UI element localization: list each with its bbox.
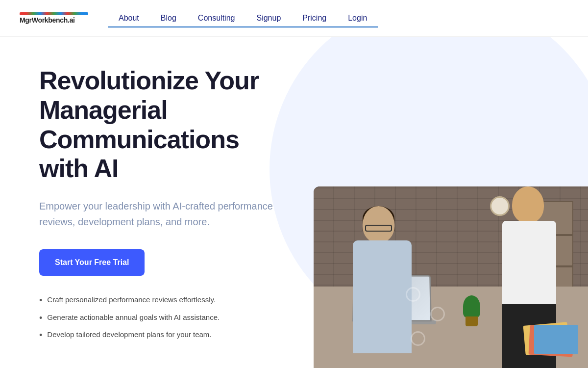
office-scene — [314, 186, 588, 368]
feature-item-1: Craft personalized performance reviews e… — [39, 295, 274, 306]
hero-title: Revolutionize Your Managerial Communicat… — [39, 66, 274, 184]
nav-link-pricing[interactable]: Pricing — [292, 10, 337, 26]
navbar: MgrWorkbench.ai About Blog Consulting Si… — [0, 0, 588, 37]
circle-1 — [406, 287, 420, 302]
logo-bar-decoration — [20, 12, 88, 15]
feature-list: Craft personalized performance reviews e… — [39, 295, 274, 348]
feature-item-2: Generate actionable annual goals with AI… — [39, 313, 274, 324]
logo-text: MgrWorkbench.ai — [20, 16, 88, 24]
hero-subtitle: Empower your leadership with AI-crafted … — [39, 198, 274, 230]
nav-link-about[interactable]: About — [108, 10, 150, 26]
nav-link-consulting[interactable]: Consulting — [187, 10, 246, 26]
decorative-circles — [396, 277, 494, 368]
person1-glasses — [365, 225, 392, 232]
circle-2 — [430, 307, 445, 321]
cta-button[interactable]: Start Your Free Trial — [39, 249, 145, 276]
nav-link-signup[interactable]: Signup — [245, 10, 292, 26]
hero-left: Revolutionize Your Managerial Communicat… — [0, 37, 304, 368]
nav-link-blog[interactable]: Blog — [150, 10, 187, 26]
hero-image — [314, 186, 588, 368]
paper-3 — [534, 325, 578, 354]
logo[interactable]: MgrWorkbench.ai — [20, 12, 88, 24]
table-papers — [524, 324, 583, 358]
circle-3 — [411, 331, 425, 346]
nav-link-login[interactable]: Login — [337, 10, 378, 26]
feature-item-3: Develop tailored development plans for y… — [39, 330, 274, 341]
nav-links: About Blog Consulting Signup Pricing Log… — [108, 10, 378, 27]
person2-shirt — [502, 221, 556, 309]
person2-head — [512, 186, 544, 223]
main-content: Revolutionize Your Managerial Communicat… — [0, 37, 588, 368]
